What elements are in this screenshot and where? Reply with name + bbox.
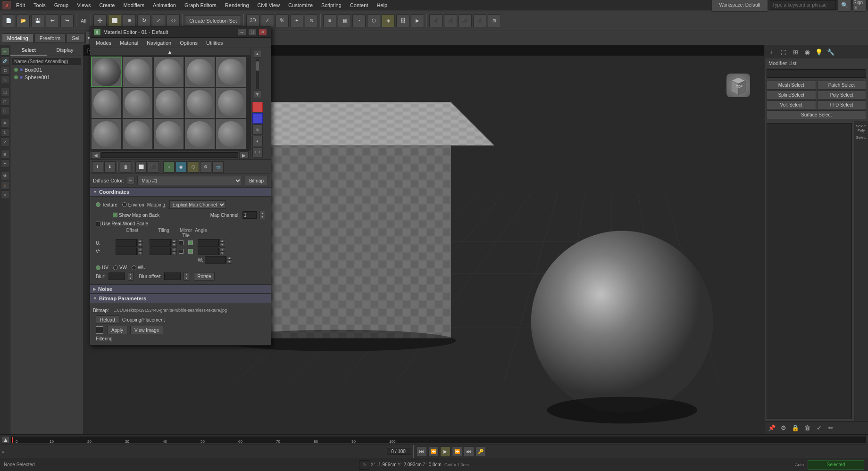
mirror-btn[interactable]: ⇔ xyxy=(167,14,180,27)
menu-scripting[interactable]: Scripting xyxy=(317,1,345,9)
vol-select-btn[interactable]: Vol. Select xyxy=(767,100,816,109)
v-angle-down[interactable]: ▼ xyxy=(219,251,225,255)
mat-slot-0[interactable] xyxy=(91,57,122,87)
real-world-check[interactable]: Use Real-World Scale xyxy=(96,221,148,226)
mat-scroll-right-btn[interactable]: ▶ xyxy=(239,151,249,159)
v-tile-check[interactable] xyxy=(188,249,193,254)
u-tiling-input[interactable]: 1,0 xyxy=(150,239,171,247)
delete-mod-btn[interactable]: 🗑 xyxy=(802,423,812,433)
nav-cube[interactable]: TOP xyxy=(726,74,755,102)
move-tool[interactable]: ✥ xyxy=(1,119,9,127)
u-angle-spinner[interactable]: ▲ ▼ xyxy=(219,239,225,247)
angle-snap-btn[interactable]: ∠ xyxy=(261,14,274,27)
rotate-btn[interactable]: ↻ xyxy=(137,14,150,27)
mat-slot-3[interactable] xyxy=(184,57,215,87)
nav-cube-inner[interactable]: TOP xyxy=(726,74,750,97)
u-tiling-spinner[interactable]: ▲ ▼ xyxy=(171,239,177,247)
dialog-close-btn[interactable]: ✕ xyxy=(259,28,267,36)
mat-slot-13[interactable] xyxy=(184,119,215,149)
menu-rendering[interactable]: Rendering xyxy=(221,1,253,9)
v-tiling-spinner[interactable]: ▲ ▼ xyxy=(171,248,177,255)
wu-radio[interactable]: WU xyxy=(132,265,146,270)
mat-slot-12[interactable] xyxy=(153,119,184,149)
select-region-btn[interactable]: ⬜ xyxy=(108,14,121,27)
mat-color-btn[interactable] xyxy=(252,102,263,112)
map-channel-input[interactable] xyxy=(242,211,257,219)
prev-frame-btn[interactable]: ⏪ xyxy=(428,446,439,457)
v-tiling-up[interactable]: ▲ xyxy=(171,248,177,251)
tree-sort-header[interactable]: Name (Sorted Ascending) xyxy=(12,58,81,65)
motion-icon[interactable]: ◉ xyxy=(802,47,812,57)
mat-map-btn[interactable]: ⬡ xyxy=(188,161,199,173)
mat-menu-navigation[interactable]: Navigation xyxy=(143,39,175,47)
scale-tool[interactable]: ⤢ xyxy=(1,138,9,146)
mat-slot-7[interactable] xyxy=(153,88,184,118)
camera-view-tool[interactable]: 👁 xyxy=(1,172,9,180)
v-mirror-check[interactable] xyxy=(179,249,184,254)
curve-editor-btn[interactable]: ~ xyxy=(352,14,366,27)
mat-scroll-top-btn[interactable]: ▲ xyxy=(254,50,261,58)
workspace-dropdown[interactable]: Workspace: Default xyxy=(711,0,768,12)
rotate-tool[interactable]: ↻ xyxy=(1,128,9,137)
w-angle-spinner[interactable]: ▲ ▼ xyxy=(226,256,232,264)
mat-copy-btn[interactable]: ⬜ xyxy=(135,161,147,173)
mat-slot-8[interactable] xyxy=(184,88,215,118)
redo-btn[interactable]: ↪ xyxy=(60,14,74,27)
noise-rollout-header[interactable]: ▶ Noise xyxy=(90,284,271,294)
u-angle-input[interactable]: 0,0 xyxy=(198,239,219,247)
blur-input[interactable]: 1,0 xyxy=(108,273,125,280)
snap-3d-btn[interactable]: 3D xyxy=(246,14,259,27)
tab-freeform[interactable]: Freeform xyxy=(34,33,66,43)
mat-scroll-bottom-btn[interactable]: ▼ xyxy=(254,91,261,98)
u-angle-down[interactable]: ▼ xyxy=(219,243,225,247)
view4-btn[interactable]: ⬛ xyxy=(473,14,486,27)
go-start-btn[interactable]: ⏮ xyxy=(417,446,427,457)
view2-btn[interactable]: ⬛ xyxy=(444,14,457,27)
mat-options-btn[interactable]: ⚙ xyxy=(200,161,211,173)
menu-group[interactable]: Group xyxy=(50,1,73,9)
mat-hscroll[interactable] xyxy=(101,152,238,158)
select-icon[interactable]: ⬚ xyxy=(778,47,789,57)
bitmap-params-header[interactable]: ▼ Bitmap Parameters xyxy=(90,294,271,303)
place-pivot-tool[interactable]: ⊕ xyxy=(1,150,9,158)
w-angle-input[interactable]: 0,0 xyxy=(205,256,226,264)
tab-select[interactable]: Select xyxy=(10,45,47,56)
menu-civil-view[interactable]: Civil View xyxy=(254,1,284,9)
timeline-expand-btn[interactable]: ▲ xyxy=(2,436,9,444)
reload-btn[interactable]: Reload xyxy=(96,315,119,324)
menu-graph-editors[interactable]: Graph Editors xyxy=(181,1,220,9)
mat-menu-utilities[interactable]: Utilities xyxy=(202,39,226,47)
mat-scroll-up[interactable]: ▲ xyxy=(90,48,250,56)
mat-checker-btn[interactable]: ⊞ xyxy=(252,124,263,135)
mat-put-to-scene-btn[interactable]: ⬇ xyxy=(104,161,116,173)
open-btn[interactable]: 📂 xyxy=(17,14,30,27)
more-tools-btn[interactable]: ⊞ xyxy=(1,190,9,199)
map-channel-spinner[interactable]: ▲ ▼ xyxy=(259,211,265,219)
quick-render-btn[interactable]: ▶ xyxy=(411,14,424,27)
menu-create[interactable]: Create xyxy=(95,1,118,9)
timeline-track[interactable]: 0 10 20 30 40 50 60 70 80 90 100 xyxy=(11,437,866,443)
search-icon[interactable]: 🔍 xyxy=(838,0,851,12)
pin-btn[interactable]: 📌 xyxy=(767,423,777,433)
coordinates-rollout-header[interactable]: ▼ Coordinates xyxy=(90,187,271,197)
u-offset-input[interactable]: 0,0 xyxy=(116,239,137,247)
v-offset-input[interactable]: 0,0 xyxy=(116,248,137,255)
create-icon[interactable]: + xyxy=(767,47,777,57)
link-tool[interactable]: 🔗 xyxy=(1,57,9,65)
mat-slot-6[interactable] xyxy=(122,88,153,118)
mat-slot-9[interactable] xyxy=(216,88,246,118)
blur-offset-spinner[interactable]: ▲ ▼ xyxy=(184,272,189,281)
key-mode-btn[interactable]: 🔑 xyxy=(476,446,486,457)
u-angle-up[interactable]: ▲ xyxy=(219,239,225,243)
menu-views[interactable]: Views xyxy=(73,1,94,9)
unlink-tool[interactable]: ⛓ xyxy=(1,66,9,74)
v-angle-input[interactable]: 0,0 xyxy=(198,248,219,255)
layer-btn[interactable]: ≡ xyxy=(323,14,336,27)
v-offset-down[interactable]: ▼ xyxy=(137,251,143,255)
v-offset-spinner[interactable]: ▲ ▼ xyxy=(137,248,143,255)
mat-get-from-scene-btn[interactable]: ⬆ xyxy=(92,161,103,173)
render-frame-btn[interactable]: 🖼 xyxy=(396,14,409,27)
tab-modeling[interactable]: Modeling xyxy=(2,33,33,43)
user-icon[interactable]: Sign In xyxy=(853,0,866,12)
window-crossing-btn[interactable]: ⊡ xyxy=(1,107,9,115)
